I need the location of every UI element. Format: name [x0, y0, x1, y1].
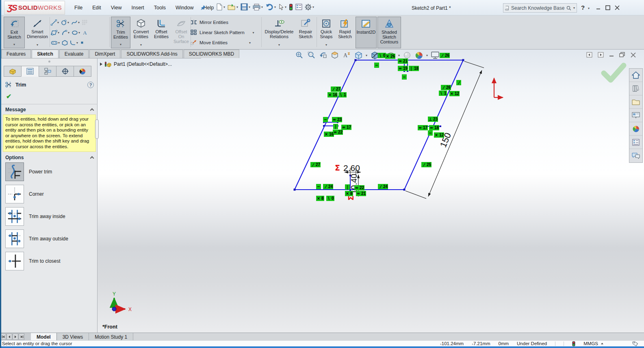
- panel-splitter-handle[interactable]: [95, 119, 99, 139]
- chevron-down-icon[interactable]: ▾: [58, 41, 60, 45]
- menu-window[interactable]: Window: [176, 5, 193, 11]
- option-trim-away-outside[interactable]: Trim away outside: [5, 229, 68, 248]
- chevron-down-icon[interactable]: ▾: [261, 5, 263, 9]
- zoom-to-area-icon[interactable]: [307, 51, 316, 60]
- option-power-trim[interactable]: Power trim: [5, 162, 52, 181]
- knowledge-base-search[interactable]: Search Knowledge Base ▾: [503, 3, 577, 13]
- maximize-button[interactable]: [604, 4, 611, 11]
- help-button[interactable]: ?: [581, 4, 585, 11]
- chevron-down-icon[interactable]: ▾: [68, 31, 69, 35]
- undo-button[interactable]: ▾: [265, 3, 276, 11]
- design-library-icon[interactable]: [629, 95, 642, 109]
- chevron-down-icon[interactable]: ▾: [588, 6, 590, 10]
- forum-icon[interactable]: [629, 149, 642, 162]
- pin-menu-icon[interactable]: [200, 4, 206, 11]
- pane-right-icon[interactable]: [598, 52, 604, 58]
- feature-tree-flyout[interactable]: Part1 (Default<<Default>...: [100, 61, 172, 67]
- polygon-tool-button[interactable]: [62, 40, 68, 46]
- quick-snaps-button[interactable]: Quick Snaps ▾: [318, 17, 335, 48]
- spline-tool-button[interactable]: ▾: [71, 19, 80, 26]
- appearances-icon[interactable]: [629, 122, 642, 136]
- ok-check-icon[interactable]: ✔: [6, 93, 11, 100]
- collapse-chevron-icon[interactable]: [90, 156, 94, 160]
- chevron-down-icon[interactable]: ▾: [312, 5, 314, 9]
- view-palette-icon[interactable]: [629, 109, 642, 122]
- arc-tool-button[interactable]: ▾: [61, 30, 69, 36]
- options-section-header[interactable]: Options: [1, 153, 98, 162]
- tab-model[interactable]: Model: [31, 333, 57, 340]
- expand-arrow-icon[interactable]: [100, 63, 102, 66]
- chevron-down-icon[interactable]: ▾: [249, 41, 251, 45]
- tag-icon[interactable]: [632, 341, 638, 346]
- minimize-button[interactable]: [594, 4, 602, 11]
- chevron-down-icon[interactable]: ▾: [382, 54, 384, 57]
- tab-scroll-first-button[interactable]: [0, 333, 6, 340]
- trim-entities-button[interactable]: Trim Entities ▾: [111, 17, 130, 48]
- unit-system-selector[interactable]: MMGS: [583, 341, 604, 346]
- menu-file[interactable]: File: [74, 5, 82, 11]
- convert-entities-button[interactable]: Convert Entities ▾: [131, 17, 151, 48]
- apply-scene-icon[interactable]: [414, 51, 423, 60]
- collapse-chevron-icon[interactable]: [90, 108, 94, 112]
- section-view-icon[interactable]: [330, 51, 339, 60]
- hide-show-items-icon[interactable]: [386, 51, 395, 60]
- home-icon[interactable]: [629, 69, 642, 82]
- tab-features[interactable]: Features: [1, 50, 31, 58]
- chevron-down-icon[interactable]: ▾: [67, 21, 69, 24]
- tab-solidworks-mbd[interactable]: SOLIDWORKS MBD: [184, 50, 239, 58]
- point-tool-button[interactable]: [80, 41, 84, 45]
- menu-insert[interactable]: Insert: [132, 5, 144, 11]
- view-settings-icon[interactable]: [431, 51, 440, 60]
- power-trim-icon[interactable]: [5, 162, 24, 181]
- tab-property-manager[interactable]: [21, 66, 39, 77]
- tab-display-manager[interactable]: [74, 66, 91, 77]
- linear-sketch-pattern-button[interactable]: Linear Sketch Pattern: [199, 30, 245, 35]
- print-button[interactable]: ▾: [252, 3, 263, 11]
- rebuild-button[interactable]: [288, 3, 293, 11]
- trim-to-closest-icon[interactable]: [5, 252, 24, 270]
- menu-view[interactable]: View: [111, 5, 122, 11]
- chevron-down-icon[interactable]: ▾: [78, 31, 80, 35]
- zoom-to-fit-icon[interactable]: [295, 51, 304, 60]
- instant2d-button[interactable]: Instant2D: [356, 17, 377, 48]
- tab-configuration-manager[interactable]: [39, 66, 56, 77]
- minimize-document-icon[interactable]: [609, 52, 614, 58]
- chevron-down-icon[interactable]: ▾: [285, 5, 286, 9]
- move-entities-button[interactable]: Move Entities: [199, 40, 228, 45]
- pane-left-icon[interactable]: [586, 52, 592, 58]
- chevron-down-icon[interactable]: ▾: [274, 5, 276, 9]
- ellipse-tool-button[interactable]: ▾: [72, 30, 80, 36]
- chevron-down-icon[interactable]: ▾: [398, 54, 400, 57]
- tab-evaluate[interactable]: Evaluate: [59, 50, 89, 58]
- chevron-down-icon[interactable]: ▾: [78, 21, 80, 24]
- view-orientation-icon[interactable]: [354, 51, 363, 60]
- graphics-area[interactable]: [98, 50, 644, 333]
- chevron-down-icon[interactable]: ▾: [120, 42, 121, 48]
- help-icon[interactable]: ?: [87, 82, 94, 88]
- chevron-down-icon[interactable]: ▾: [325, 43, 327, 48]
- menu-edit[interactable]: Edit: [92, 5, 101, 11]
- tab-sketch[interactable]: Sketch: [32, 50, 58, 58]
- fillet-tool-button[interactable]: ▾: [70, 40, 78, 45]
- part-tree-item[interactable]: Part1 (Default<<Default>...: [114, 61, 172, 67]
- chevron-down-icon[interactable]: ▾: [13, 42, 15, 48]
- tab-scroll-next-button[interactable]: [13, 333, 18, 340]
- chevron-down-icon[interactable]: ▾: [223, 5, 225, 9]
- menu-tools[interactable]: Tools: [154, 5, 166, 11]
- line-tool-button[interactable]: ▾: [51, 19, 59, 26]
- save-button[interactable]: ▾: [240, 3, 251, 11]
- tab-3d-views[interactable]: 3D Views: [57, 333, 89, 340]
- exit-sketch-button[interactable]: Exit Sketch ▾: [4, 17, 25, 48]
- new-document-button[interactable]: ▾: [215, 3, 226, 11]
- chevron-down-icon[interactable]: ▾: [58, 31, 59, 35]
- text-tool-button[interactable]: A: [82, 30, 88, 36]
- chevron-down-icon[interactable]: ▾: [76, 41, 78, 45]
- message-section-header[interactable]: Message: [1, 106, 98, 114]
- edit-appearance-icon[interactable]: [403, 51, 412, 60]
- restore-document-icon[interactable]: [619, 52, 625, 58]
- tab-dimxpert[interactable]: DimXpert: [89, 50, 120, 58]
- slot-tool-button[interactable]: ▾: [51, 40, 60, 45]
- trim-away-outside-icon[interactable]: [5, 229, 24, 248]
- corner-rectangle-tool-button[interactable]: ▾: [51, 30, 59, 36]
- tab-scroll-last-button[interactable]: [19, 333, 24, 340]
